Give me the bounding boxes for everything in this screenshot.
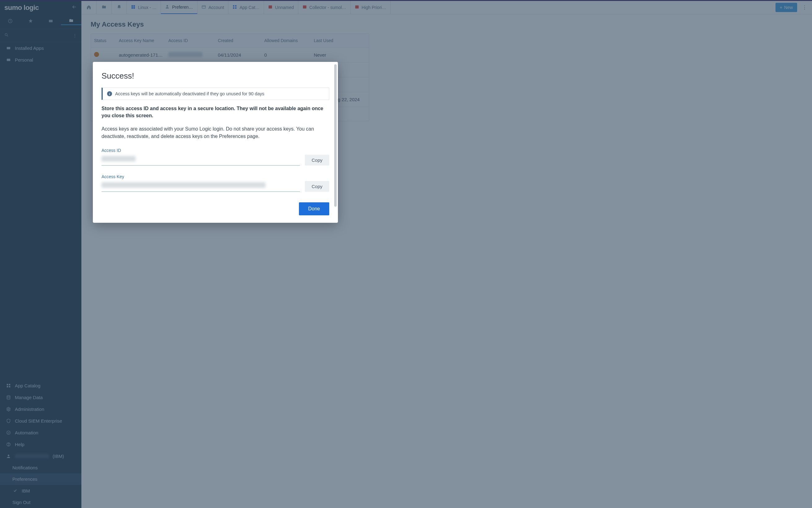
modal-footer: Done xyxy=(101,202,329,215)
redacted-access-key xyxy=(101,182,265,188)
access-id-row: Access ID Copy xyxy=(101,148,329,166)
success-modal: Success! i Access keys will be automatic… xyxy=(93,62,338,223)
info-icon: i xyxy=(107,91,112,96)
copy-access-key-button[interactable]: Copy xyxy=(305,181,329,192)
modal-scrollbar[interactable] xyxy=(334,65,337,207)
info-banner-text: Access keys will be automatically deacti… xyxy=(115,91,264,96)
done-button[interactable]: Done xyxy=(299,202,329,215)
access-key-value[interactable] xyxy=(101,182,300,192)
copy-access-id-button[interactable]: Copy xyxy=(305,155,329,166)
modal-warning-text: Store this access ID and access key in a… xyxy=(101,105,329,119)
modal-overlay: Success! i Access keys will be automatic… xyxy=(0,0,812,508)
modal-body-text: Access keys are associated with your Sum… xyxy=(101,125,329,139)
access-id-value[interactable] xyxy=(101,156,300,166)
modal-title: Success! xyxy=(101,71,329,81)
access-id-label: Access ID xyxy=(101,148,300,153)
access-key-label: Access Key xyxy=(101,174,300,179)
access-key-row: Access Key Copy xyxy=(101,174,329,192)
info-banner: i Access keys will be automatically deac… xyxy=(101,88,329,100)
redacted-access-id xyxy=(101,156,135,162)
